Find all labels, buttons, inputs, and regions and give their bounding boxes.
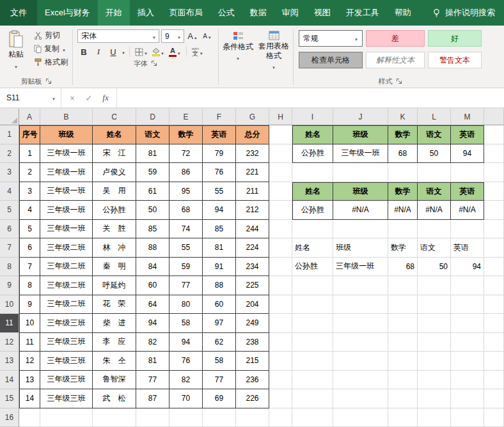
cell-D8[interactable]: 84 [136,258,169,277]
cell-G16[interactable] [236,408,269,427]
cell-I14[interactable] [292,371,333,390]
tab-excel-finance[interactable]: Excel与财务 [37,0,98,26]
cell-E5[interactable]: 68 [169,201,203,220]
conditional-formatting-button[interactable]: 条件格式 [220,27,256,76]
cell-B9[interactable]: 三年级二班 [40,276,93,295]
cell-A3[interactable]: 2 [19,163,40,182]
cell-F13[interactable]: 58 [203,352,236,371]
cell-M4[interactable]: 英语 [451,182,484,201]
cell-F4[interactable]: 55 [203,182,236,201]
cell-K15[interactable] [388,389,418,408]
cell-H6[interactable] [269,220,292,239]
cell-H14[interactable] [269,371,292,390]
borders-button[interactable] [134,45,149,58]
cell-F12[interactable]: 62 [203,333,236,352]
copy-button[interactable]: 复制 [31,42,71,56]
cell-N11[interactable] [484,314,504,333]
font-color-button[interactable]: A [168,45,182,58]
cell-B7[interactable]: 三年级二班 [40,238,93,258]
tab-formulas[interactable]: 公式 [210,0,242,26]
cell-J11[interactable] [333,314,388,333]
tab-view[interactable]: 视图 [306,0,338,26]
cell-N3[interactable] [484,163,504,182]
cell-A11[interactable]: 10 [19,314,40,333]
italic-button[interactable]: I [92,45,105,58]
cell-D14[interactable]: 77 [136,371,169,390]
tab-developer[interactable]: 开发工具 [338,0,387,26]
cell-B1[interactable]: 班级 [40,125,93,144]
cell-L10[interactable] [418,295,451,314]
cell-J13[interactable] [333,352,388,371]
row-header-16[interactable]: 16 [0,408,19,427]
cell-C12[interactable]: 李 应 [93,333,136,352]
cell-E7[interactable]: 55 [169,238,203,258]
cell-M12[interactable] [451,333,484,352]
cell-J3[interactable] [333,163,388,182]
cell-N10[interactable] [484,295,504,314]
cell-D12[interactable]: 82 [136,333,169,352]
cell-H2[interactable] [269,144,292,164]
cell-G10[interactable]: 204 [236,295,269,314]
cell-J15[interactable] [333,389,388,408]
cell-F5[interactable]: 94 [203,201,236,220]
cell-B12[interactable]: 三年级三班 [40,333,93,352]
cell-A12[interactable]: 11 [19,333,40,352]
cell-C1[interactable]: 姓名 [93,125,136,144]
cell-H5[interactable] [269,201,292,220]
column-header-C[interactable]: C [93,109,136,125]
cell-C11[interactable]: 柴 进 [93,314,136,333]
cell-C7[interactable]: 林 冲 [93,238,136,258]
tab-help[interactable]: 帮助 [387,0,419,26]
name-box[interactable]: S11 [0,88,61,107]
bold-button[interactable]: B [77,45,90,58]
cell-K1[interactable]: 数学 [388,125,418,144]
cell-I6[interactable] [292,220,333,239]
cell-E12[interactable]: 94 [169,333,203,352]
cell-A10[interactable]: 9 [19,295,40,314]
cell-D7[interactable]: 88 [136,238,169,258]
cell-E6[interactable]: 74 [169,220,203,239]
cell-L11[interactable] [418,314,451,333]
format-as-table-button[interactable]: 套用表格格式 [256,27,292,76]
cell-N12[interactable] [484,333,504,352]
cell-A14[interactable]: 13 [19,371,40,390]
cell-H11[interactable] [269,314,292,333]
insert-function-button[interactable]: fx [97,93,114,103]
cell-I5[interactable]: 公孙胜 [292,201,333,220]
column-header-filler[interactable] [484,109,504,125]
column-header-G[interactable]: G [236,109,269,125]
cell-I8[interactable]: 公孙胜 [292,258,333,277]
cell-A16[interactable] [19,408,40,427]
cell-C3[interactable]: 卢俊义 [93,163,136,182]
cell-style-explanatory[interactable]: 解释性文本 [366,52,425,68]
cell-L5[interactable]: #N/A [418,201,451,220]
cell-D5[interactable]: 50 [136,201,169,220]
row-header-4[interactable]: 4 [0,182,19,201]
cell-K6[interactable] [388,220,418,239]
row-header-9[interactable]: 9 [0,276,19,295]
cell-E11[interactable]: 58 [169,314,203,333]
cell-H8[interactable] [269,258,292,277]
cell-L4[interactable]: 语文 [418,182,451,201]
column-header-F[interactable]: F [203,109,236,125]
cell-L6[interactable] [418,220,451,239]
cell-F16[interactable] [203,408,236,427]
cell-K16[interactable] [388,408,418,427]
cell-I10[interactable] [292,295,333,314]
cell-G12[interactable]: 238 [236,333,269,352]
cell-L15[interactable] [418,389,451,408]
cell-M9[interactable] [451,276,484,295]
cell-B14[interactable]: 三年级三班 [40,371,93,390]
underline-button[interactable]: U [107,45,120,58]
cell-E13[interactable]: 76 [169,352,203,371]
row-header-7[interactable]: 7 [0,238,19,258]
cell-C14[interactable]: 鲁智深 [93,371,136,390]
cell-C13[interactable]: 朱 仝 [93,352,136,371]
cell-J7[interactable]: 班级 [333,238,388,258]
cell-K9[interactable] [388,276,418,295]
cell-E10[interactable]: 80 [169,295,203,314]
cell-N6[interactable] [484,220,504,239]
cell-M2[interactable]: 94 [451,144,484,164]
cell-M5[interactable]: #N/A [451,201,484,220]
cell-E2[interactable]: 72 [169,144,203,164]
